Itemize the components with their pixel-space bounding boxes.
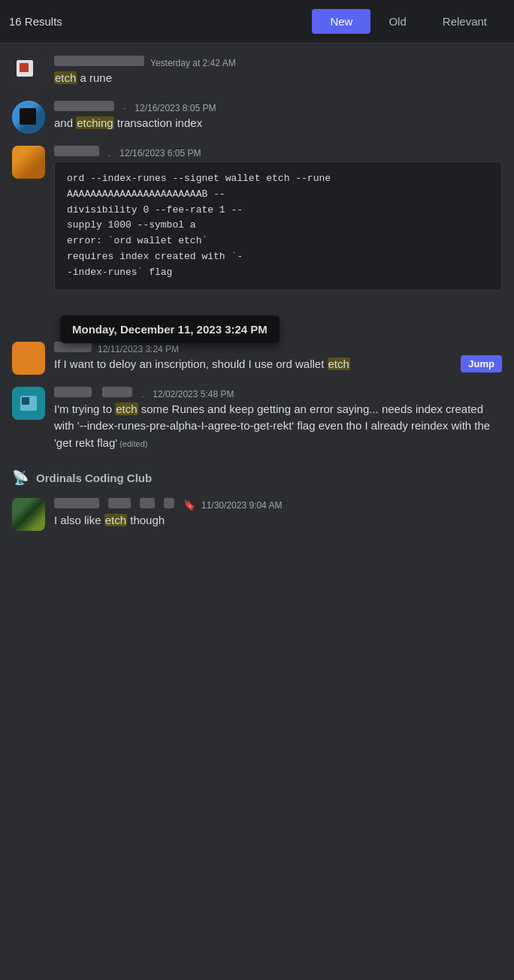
message-meta: . 12/16/2023 6:05 PM xyxy=(54,146,502,158)
username xyxy=(54,146,99,156)
avatar xyxy=(12,498,45,531)
message-meta: 🔖 11/30/2023 9:04 AM xyxy=(54,498,502,511)
sort-tabs: New Old Relevant xyxy=(312,9,505,34)
message-text: I also like etch though xyxy=(54,512,502,529)
text-part: transaction index xyxy=(114,116,203,129)
message-text: and etching transaction index xyxy=(54,115,502,132)
message-meta: . 12/02/2023 5:48 PM xyxy=(54,387,502,400)
username xyxy=(54,498,99,508)
results-count: 16 Results xyxy=(9,15,312,28)
timestamp: 12/11/2023 3:24 PM xyxy=(98,344,179,354)
code-block: ord --index-runes --signet wallet etch -… xyxy=(54,161,502,291)
timestamp: Yesterday at 2:42 AM xyxy=(150,58,236,68)
text-part: a rune xyxy=(77,71,112,84)
highlight-etch: etch xyxy=(104,514,127,526)
timestamp: 12/16/2023 8:05 PM xyxy=(135,103,216,113)
avatar xyxy=(12,387,45,420)
message-body: . 12/16/2023 6:05 PM ord --index-runes -… xyxy=(54,146,502,291)
message-body: 12/11/2023 3:24 PM If I want to deloy an… xyxy=(54,342,452,373)
message-text: I'm trying to etch some Runes and keep g… xyxy=(54,401,502,452)
avatar xyxy=(12,146,45,179)
edited-tag: (edited) xyxy=(119,439,147,448)
avatar xyxy=(12,101,45,134)
table-row: 🔖 11/30/2023 9:04 AM I also like etch th… xyxy=(0,492,514,537)
avatar xyxy=(12,56,45,89)
highlight-etch: etch xyxy=(54,71,77,84)
username xyxy=(54,342,92,352)
message-meta: · 12/16/2023 8:05 PM xyxy=(54,101,502,113)
timestamp: 12/02/2023 5:48 PM xyxy=(153,389,234,400)
highlight-etch: etch xyxy=(328,357,350,370)
message-body: 🔖 11/30/2023 9:04 AM I also like etch th… xyxy=(54,498,502,529)
table-row: · 12/16/2023 8:05 PM and etching transac… xyxy=(0,95,514,140)
section-icon: 📡 xyxy=(12,469,29,486)
message-text: If I want to deloy an inscription, shoul… xyxy=(54,356,452,373)
table-row: . 12/16/2023 6:05 PM ord --index-runes -… xyxy=(0,140,514,336)
message-text: etch a rune xyxy=(54,70,502,87)
table-row: . 12/02/2023 5:48 PM I'm trying to etch … xyxy=(0,381,514,458)
highlight-etch: etch xyxy=(115,403,138,415)
tab-new[interactable]: New xyxy=(312,9,370,34)
timestamp: 12/16/2023 6:05 PM xyxy=(119,148,201,158)
username xyxy=(54,387,92,397)
username xyxy=(54,101,114,111)
date-tooltip: Monday, December 11, 2023 3:24 PM xyxy=(60,315,280,343)
username xyxy=(54,56,144,66)
text-part: and xyxy=(54,116,76,129)
avatar xyxy=(12,342,45,375)
table-row: Yesterday at 2:42 AM etch a rune xyxy=(0,50,514,95)
section-divider: 📡 Ordinals Coding Club xyxy=(0,457,514,492)
tab-relevant[interactable]: Relevant xyxy=(425,9,505,34)
message-body: · 12/16/2023 8:05 PM and etching transac… xyxy=(54,101,502,132)
timestamp: 11/30/2023 9:04 AM xyxy=(201,500,282,511)
section-label: Ordinals Coding Club xyxy=(36,472,152,484)
message-meta: 12/11/2023 3:24 PM xyxy=(54,342,452,354)
message-body: . 12/02/2023 5:48 PM I'm trying to etch … xyxy=(54,387,502,452)
search-header: 16 Results New Old Relevant xyxy=(0,0,514,44)
message-meta: Yesterday at 2:42 AM xyxy=(54,56,502,68)
tab-old[interactable]: Old xyxy=(370,9,424,34)
message-list: Yesterday at 2:42 AM etch a rune · 12/16… xyxy=(0,44,514,543)
highlight-etching: etching xyxy=(76,116,113,129)
message-body: Yesterday at 2:42 AM etch a rune xyxy=(54,56,502,87)
jump-button[interactable]: Jump xyxy=(461,355,502,372)
